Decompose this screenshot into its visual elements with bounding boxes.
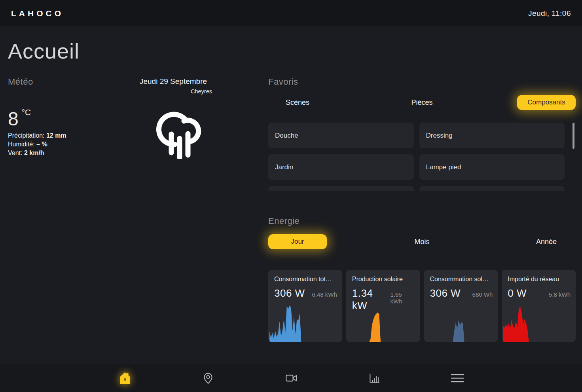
temperature-unit: °C	[22, 108, 31, 117]
wind-value: 2 km/h	[24, 150, 44, 156]
precipitation-label: Précipitation:	[8, 132, 46, 139]
tab-scenes[interactable]: Scènes	[268, 95, 327, 110]
solar-consumption-chart	[425, 304, 493, 342]
energy-card-production-solaire[interactable]: Production solaire 1.34 kW 1.65 kWh	[346, 270, 420, 342]
location-pin-icon	[201, 371, 215, 385]
solar-production-chart	[347, 304, 415, 342]
consumption-chart	[269, 304, 337, 342]
favoris-card-douche[interactable]: Douche	[268, 123, 414, 148]
energy-power-value: 306 W	[430, 287, 461, 299]
weather-section-title: Météo	[8, 77, 33, 87]
energy-card-title: Production solaire	[352, 276, 415, 283]
top-bar: LAHOCO Jeudi, 11:06	[0, 0, 582, 27]
energy-card-title: Consommation tot…	[274, 276, 337, 283]
nav-statistics-button[interactable]	[364, 368, 384, 388]
energy-card-consommation-solaire[interactable]: Consommation sol… 306 W 680 Wh	[424, 270, 498, 342]
energy-power-value: 0 W	[508, 287, 527, 299]
wind-label: Vent:	[8, 150, 24, 156]
nav-home-button[interactable]	[115, 368, 135, 388]
energy-card-consommation-totale[interactable]: Consommation tot… 306 W 6.48 kWh	[268, 270, 342, 342]
favoris-card-lampe-pied[interactable]: Lampe pied	[419, 154, 565, 180]
precipitation-row: Précipitation: 12 mm	[8, 131, 66, 140]
energy-card-importe-du-reseau[interactable]: Importé du réseau 0 W 5.8 kWh	[502, 270, 576, 342]
energy-card-title: Consommation sol…	[430, 276, 493, 283]
humidity-value: – %	[36, 141, 47, 148]
humidity-row: Humidité: – %	[8, 140, 66, 149]
location-label: Cheyres	[135, 88, 212, 95]
nav-menu-button[interactable]	[447, 368, 467, 388]
energy-total-value: 1.65 kWh	[390, 291, 415, 305]
wind-row: Vent: 2 km/h	[8, 149, 66, 157]
date-label: Jeudi 29 Septembre	[135, 77, 212, 86]
favoris-card-dressing[interactable]: Dressing	[419, 123, 565, 148]
energie-tabs: Jour Mois Année	[268, 234, 576, 249]
favoris-card-partial-1[interactable]	[268, 186, 414, 191]
date-block: Jeudi 29 Septembre Cheyres	[135, 77, 212, 95]
energy-total-value: 5.8 kWh	[549, 291, 571, 298]
nav-places-button[interactable]	[198, 368, 218, 388]
rain-cloud-icon	[151, 106, 204, 159]
video-camera-icon	[284, 371, 298, 385]
bottom-nav	[0, 364, 582, 392]
tab-annee[interactable]: Année	[517, 234, 576, 249]
energie-section-title: Energie	[268, 216, 300, 226]
grid-import-chart	[503, 304, 571, 342]
energy-power-value: 306 W	[274, 287, 305, 299]
energy-card-title: Importé du réseau	[508, 276, 571, 283]
temperature-value: 8	[8, 108, 19, 129]
app-logo: LAHOCO	[11, 9, 64, 18]
tab-mois[interactable]: Mois	[393, 234, 451, 249]
clock-label: Jeudi, 11:06	[528, 9, 571, 18]
tab-pieces[interactable]: Pièces	[393, 95, 451, 110]
favoris-grid: Douche Dressing Jardin Lampe pied	[268, 123, 565, 191]
humidity-label: Humidité:	[8, 141, 36, 148]
energy-total-value: 6.48 kWh	[312, 291, 337, 298]
energie-cards: Consommation tot… 306 W 6.48 kWh Product…	[268, 270, 576, 342]
page-title: Accueil	[8, 39, 80, 63]
home-icon	[118, 371, 133, 386]
weather-details: Précipitation: 12 mm Humidité: – % Vent:…	[8, 131, 66, 157]
favoris-section-title: Favoris	[268, 77, 298, 87]
favoris-card-jardin[interactable]: Jardin	[268, 154, 414, 180]
energy-total-value: 680 Wh	[472, 291, 493, 298]
favoris-card-partial-2[interactable]	[419, 186, 565, 191]
tab-composants[interactable]: Composants	[517, 95, 576, 110]
favoris-tabs: Scènes Pièces Composants	[268, 95, 576, 110]
bar-chart-icon	[368, 371, 381, 385]
precipitation-value: 12 mm	[46, 132, 66, 139]
temperature: 8°C	[8, 108, 31, 130]
hamburger-menu-icon	[450, 372, 464, 384]
favoris-scrollbar[interactable]	[573, 123, 574, 149]
tab-jour[interactable]: Jour	[268, 234, 327, 249]
nav-cameras-button[interactable]	[281, 368, 301, 388]
